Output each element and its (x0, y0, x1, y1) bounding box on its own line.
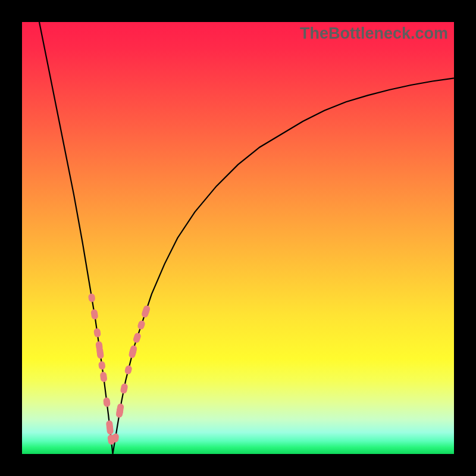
bead-group (88, 293, 151, 445)
curve-bead (88, 293, 96, 303)
curve-bead (98, 361, 106, 370)
chart-frame: TheBottleneck.com (0, 0, 476, 476)
curve-bead (120, 383, 128, 394)
curve-layer (22, 22, 454, 454)
plot-area: TheBottleneck.com (22, 22, 454, 454)
watermark-text: TheBottleneck.com (300, 24, 448, 43)
curve-bead (124, 365, 133, 375)
curve-bead (90, 309, 99, 320)
curve-bead (93, 328, 101, 337)
bottleneck-curve (39, 22, 454, 454)
curve-bead (132, 332, 142, 344)
curve-bead (137, 320, 146, 330)
curve-bead (100, 371, 108, 382)
